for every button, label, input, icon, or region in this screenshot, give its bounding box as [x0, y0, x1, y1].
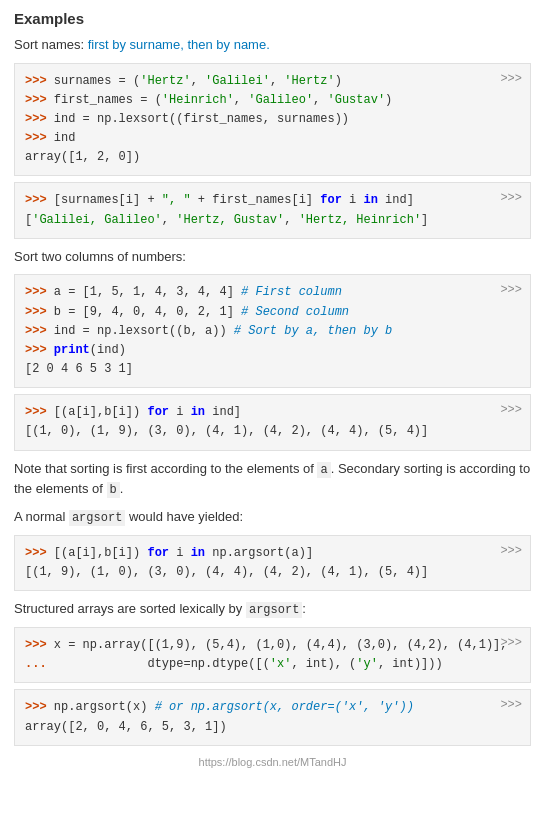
- code-line: >>> [surnames[i] + ", " + first_names[i]…: [25, 191, 520, 210]
- code-line: >>> b = [9, 4, 0, 4, 0, 2, 1] # Second c…: [25, 303, 520, 322]
- code-line: >>> x = np.array([(1,9), (5,4), (1,0), (…: [25, 636, 520, 655]
- code-line: >>> print(ind): [25, 341, 520, 360]
- structured-code-block-1: >>> >>> x = np.array([(1,9), (5,4), (1,0…: [14, 627, 531, 683]
- url-bar: https://blog.csdn.net/MTandHJ: [14, 756, 531, 768]
- code-output: [2 0 4 6 5 3 1]: [25, 360, 520, 379]
- expand-arrows-6[interactable]: >>>: [500, 634, 522, 653]
- code-output: array([2, 0, 4, 6, 5, 3, 1]): [25, 718, 520, 737]
- structured-desc: Structured arrays are sorted lexically b…: [14, 599, 531, 619]
- code-output: [(1, 0), (1, 9), (3, 0), (4, 1), (4, 2),…: [25, 422, 520, 441]
- expand-arrows-1[interactable]: >>>: [500, 70, 522, 89]
- names-code-block-2: >>> >>> [surnames[i] + ", " + first_name…: [14, 182, 531, 238]
- code-line: >>> ind = np.lexsort((b, a)) # Sort by a…: [25, 322, 520, 341]
- code-line: >>> [(a[i],b[i]) for i in np.argsort(a)]: [25, 544, 520, 563]
- expand-arrows-4[interactable]: >>>: [500, 401, 522, 420]
- expand-arrows-7[interactable]: >>>: [500, 696, 522, 715]
- sort-names-desc: Sort names: first by surname, then by na…: [14, 35, 531, 55]
- structured-code-block-2: >>> >>> np.argsort(x) # or np.argsort(x,…: [14, 689, 531, 745]
- sort-numbers-desc: Sort two columns of numbers:: [14, 247, 531, 267]
- expand-arrows-3[interactable]: >>>: [500, 281, 522, 300]
- page-title: Examples: [14, 10, 531, 27]
- numbers-code-block-1: >>> >>> a = [1, 5, 1, 4, 3, 4, 4] # Firs…: [14, 274, 531, 388]
- code-output: array([1, 2, 0]): [25, 148, 520, 167]
- code-output: ['Galilei, Galileo', 'Hertz, Gustav', 'H…: [25, 211, 520, 230]
- expand-arrows-2[interactable]: >>>: [500, 189, 522, 208]
- numbers-code-block-2: >>> >>> [(a[i],b[i]) for i in ind] [(1, …: [14, 394, 531, 450]
- code-line: >>> surnames = ('Hertz', 'Galilei', 'Her…: [25, 72, 520, 91]
- names-code-block-1: >>> >>> surnames = ('Hertz', 'Galilei', …: [14, 63, 531, 177]
- code-output: [(1, 9), (1, 0), (3, 0), (4, 4), (4, 2),…: [25, 563, 520, 582]
- normal-argsort-desc: A normal argsort would have yielded:: [14, 507, 531, 527]
- code-line: ... dtype=np.dtype([('x', int), ('y', in…: [25, 655, 520, 674]
- expand-arrows-5[interactable]: >>>: [500, 542, 522, 561]
- code-line: >>> [(a[i],b[i]) for i in ind]: [25, 403, 520, 422]
- code-line: >>> first_names = ('Heinrich', 'Galileo'…: [25, 91, 520, 110]
- code-line: >>> a = [1, 5, 1, 4, 3, 4, 4] # First co…: [25, 283, 520, 302]
- code-line: >>> np.argsort(x) # or np.argsort(x, ord…: [25, 698, 520, 717]
- code-line: >>> ind: [25, 129, 520, 148]
- note-desc: Note that sorting is first according to …: [14, 459, 531, 499]
- argsort-code-block: >>> >>> [(a[i],b[i]) for i in np.argsort…: [14, 535, 531, 591]
- code-line: >>> ind = np.lexsort((first_names, surna…: [25, 110, 520, 129]
